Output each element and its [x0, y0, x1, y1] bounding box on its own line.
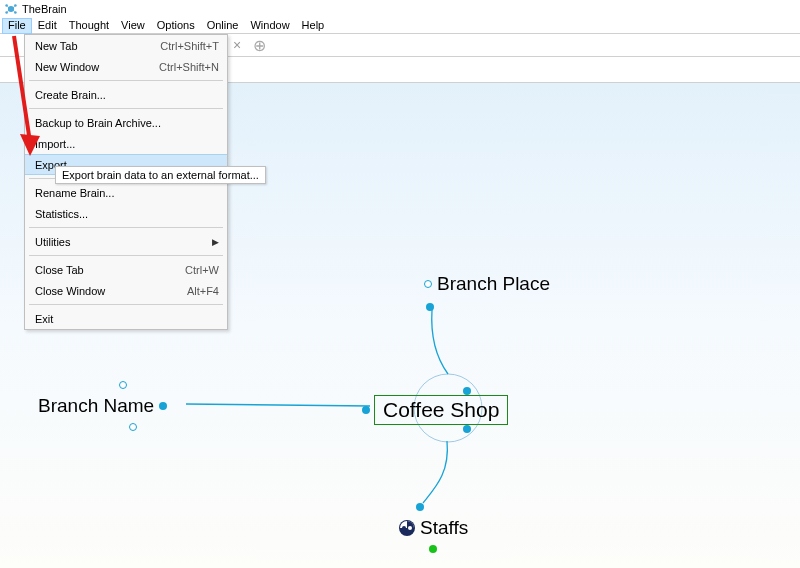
node-branch-name[interactable]: Branch Name	[38, 381, 167, 431]
menu-options[interactable]: Options	[151, 18, 201, 34]
node-port-icon	[119, 381, 127, 389]
node-connector-icon	[463, 425, 471, 433]
app-title: TheBrain	[22, 3, 67, 15]
menu-file[interactable]: File	[2, 18, 32, 34]
export-tooltip: Export brain data to an external format.…	[55, 166, 266, 184]
menu-help[interactable]: Help	[296, 18, 331, 34]
menu-new-tab[interactable]: New TabCtrl+Shift+T	[25, 35, 227, 56]
node-connector-icon	[362, 406, 370, 414]
node-connector-icon	[159, 402, 167, 410]
submenu-arrow-icon: ▶	[212, 237, 219, 247]
node-staffs[interactable]: Staffs	[398, 503, 468, 553]
menu-thought[interactable]: Thought	[63, 18, 115, 34]
svg-line-6	[8, 10, 10, 12]
svg-line-8	[13, 10, 15, 12]
node-branch-place[interactable]: Branch Place	[424, 273, 550, 311]
node-label: Branch Name	[38, 395, 154, 417]
menu-separator	[29, 255, 223, 256]
svg-point-12	[402, 526, 406, 530]
add-tab-icon[interactable]: ⊕	[252, 38, 266, 52]
menu-view[interactable]: View	[115, 18, 151, 34]
app-icon	[4, 2, 18, 16]
menu-exit[interactable]: Exit	[25, 308, 227, 329]
menu-close-window[interactable]: Close WindowAlt+F4	[25, 280, 227, 301]
node-coffee-shop[interactable]: Coffee Shop	[362, 387, 508, 433]
menu-close-tab[interactable]: Close TabCtrl+W	[25, 259, 227, 280]
svg-line-10	[186, 404, 370, 406]
node-port-icon	[129, 423, 137, 431]
node-connector-icon	[463, 387, 471, 395]
menu-rename-brain[interactable]: Rename Brain...	[25, 182, 227, 203]
titlebar: TheBrain	[0, 0, 800, 18]
menu-utilities[interactable]: Utilities▶	[25, 231, 227, 252]
close-tab-icon[interactable]: ×	[230, 38, 244, 52]
menu-separator	[29, 304, 223, 305]
menu-online[interactable]: Online	[201, 18, 245, 34]
node-label: Branch Place	[437, 273, 550, 295]
menu-new-window[interactable]: New WindowCtrl+Shift+N	[25, 56, 227, 77]
menu-import[interactable]: Import...	[25, 133, 227, 154]
node-port-icon	[424, 280, 432, 288]
menu-separator	[29, 108, 223, 109]
menu-backup[interactable]: Backup to Brain Archive...	[25, 112, 227, 133]
menubar: File Edit Thought View Options Online Wi…	[0, 18, 800, 34]
node-connector-icon	[416, 503, 424, 511]
svg-point-13	[408, 526, 412, 530]
menu-statistics[interactable]: Statistics...	[25, 203, 227, 224]
menu-window[interactable]: Window	[244, 18, 295, 34]
svg-line-2	[8, 6, 10, 8]
node-label: Staffs	[420, 517, 468, 539]
svg-point-0	[8, 6, 14, 12]
node-connector-icon	[429, 545, 437, 553]
menu-create-brain[interactable]: Create Brain...	[25, 84, 227, 105]
globe-icon	[398, 519, 416, 537]
node-connector-icon	[426, 303, 434, 311]
svg-line-4	[13, 6, 15, 8]
menu-edit[interactable]: Edit	[32, 18, 63, 34]
node-label: Coffee Shop	[374, 395, 508, 425]
menu-separator	[29, 227, 223, 228]
menu-separator	[29, 80, 223, 81]
